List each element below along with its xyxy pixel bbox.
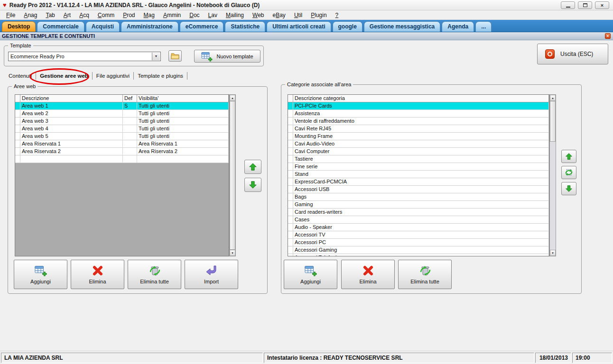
menu-item[interactable]: Comm	[93, 11, 119, 19]
table-row[interactable]: Accessori Telefonia	[288, 254, 549, 256]
table-row[interactable]: Cavi Rete RJ45	[288, 125, 549, 133]
table-row[interactable]: ExpressCard-PCMCIA	[288, 178, 549, 186]
workspace-tab[interactable]: Amministrazione	[121, 21, 178, 32]
table-row[interactable]: Cavi Computer	[288, 148, 549, 155]
menu-item[interactable]: Ammin	[159, 11, 185, 19]
column-header-def[interactable]: Def	[123, 95, 137, 102]
row-indicator	[288, 133, 293, 140]
workspace-tab[interactable]: Gestione messaggistica	[364, 21, 440, 32]
table-row[interactable]: Cases	[288, 216, 549, 224]
menu-item[interactable]: Art	[59, 11, 75, 19]
button-label: Elimina	[89, 279, 106, 284]
menu-item[interactable]: Prod	[119, 11, 139, 19]
table-row[interactable]: PCI-PCIe Cards	[288, 102, 549, 110]
table-row[interactable]: Area web 1 S Tutti gli utenti	[15, 102, 229, 110]
categorie-scrollbar[interactable]: ▲ ▼	[549, 94, 556, 256]
workspace-tab[interactable]: Agenda	[442, 21, 474, 32]
table-row[interactable]: Mounting Frame	[288, 133, 549, 140]
panel-close-button[interactable]: ×	[605, 33, 611, 39]
table-row[interactable]: Accessori USB	[288, 186, 549, 193]
workspace-tab[interactable]: Desktop	[2, 21, 36, 32]
table-row[interactable]: Assistenza	[288, 110, 549, 118]
template-groupbox: Template Ecommerce Ready Pro ▼ Nuovo tem…	[4, 46, 264, 66]
table-row[interactable]: Stand	[288, 171, 549, 178]
scroll-down-button[interactable]: ▼	[230, 250, 235, 256]
category-up-button[interactable]	[561, 150, 576, 163]
menu-item[interactable]: Mailing	[222, 11, 248, 19]
aree-import-button[interactable]: Import	[185, 260, 238, 289]
workspace-tab[interactable]: ...	[475, 21, 492, 32]
menu-item[interactable]: ?	[331, 11, 343, 19]
template-select[interactable]: Ecommerce Ready Pro ▼	[8, 52, 161, 61]
scroll-track[interactable]	[550, 142, 556, 250]
table-row[interactable]: Tastiere	[288, 155, 549, 163]
workspace-tab[interactable]: Commerciale	[37, 21, 84, 32]
category-refresh-button[interactable]	[561, 166, 576, 179]
workspace-tab[interactable]: eCommerce	[180, 21, 224, 32]
table-row[interactable]	[15, 155, 229, 163]
menu-item[interactable]: Lav	[204, 11, 222, 19]
aree-web-scrollbar[interactable]: ▲ ▼	[229, 94, 236, 256]
table-row[interactable]: Cavi Audio-Video	[288, 140, 549, 148]
categorie-elimina-button[interactable]: Elimina	[341, 260, 395, 289]
close-button[interactable]: ×	[595, 1, 609, 9]
menu-item[interactable]: Mag	[139, 11, 159, 19]
menu-item[interactable]: Plugin	[306, 11, 331, 19]
table-row[interactable]: Accessori Gaming	[288, 246, 549, 254]
aree-elimina-tutte-button[interactable]: Elimina tutte	[128, 260, 181, 289]
table-row[interactable]: Ventole di raffreddamento	[288, 118, 549, 125]
table-row[interactable]: Area web 3 Tutti gli utenti	[15, 118, 229, 125]
tab-item[interactable]: File aggiuntivi	[93, 72, 134, 80]
row-indicator	[288, 171, 293, 178]
nuovo-template-button[interactable]: Nuovo template	[194, 50, 260, 63]
menu-item[interactable]: Anag	[19, 11, 41, 19]
scroll-up-button[interactable]: ▲	[230, 95, 235, 101]
table-row[interactable]: Area web 5 Tutti gli utenti	[15, 133, 229, 140]
table-row[interactable]: Area Riservata 1 Area Riservata 1	[15, 140, 229, 148]
category-down-button[interactable]	[561, 182, 576, 195]
restore-button[interactable]	[578, 1, 592, 9]
scroll-thumb[interactable]	[230, 101, 235, 250]
table-row[interactable]: Area web 4 Tutti gli utenti	[15, 125, 229, 133]
workspace-tab[interactable]: Acquisti	[86, 21, 120, 32]
table-row[interactable]: Area Riservata 2 Area Riservata 2	[15, 148, 229, 155]
open-template-folder-button[interactable]	[168, 50, 182, 62]
table-row[interactable]: Bags	[288, 193, 549, 201]
move-up-button[interactable]	[244, 160, 261, 174]
chevron-down-icon[interactable]: ▼	[152, 53, 160, 60]
tab-item[interactable]: Template e plugins	[134, 72, 187, 80]
menu-item[interactable]: File	[2, 11, 19, 19]
menu-item[interactable]: Doc	[185, 11, 204, 19]
menu-item[interactable]: Acq	[75, 11, 93, 19]
aree-web-table-header: Descrizione Def Visibilita'	[15, 95, 229, 102]
menu-item[interactable]: Tab	[41, 11, 59, 19]
column-header-visibilita[interactable]: Visibilita'	[137, 95, 229, 102]
categorie-elimina-tutte-button[interactable]: Elimina tutte	[398, 260, 452, 289]
table-row[interactable]: Accessori TV	[288, 231, 549, 239]
table-row[interactable]: Fine serie	[288, 163, 549, 171]
row-indicator	[288, 193, 293, 200]
minimize-button[interactable]	[561, 1, 575, 9]
menu-item[interactable]: Web	[248, 11, 268, 19]
table-row[interactable]: Accessori PC	[288, 239, 549, 246]
aree-elimina-button[interactable]: Elimina	[71, 260, 124, 289]
workspace-tab[interactable]: Ultimi articoli creati	[267, 21, 331, 32]
table-row[interactable]: Area web 2 Tutti gli utenti	[15, 110, 229, 118]
column-header-descrizione-categoria[interactable]: Descrizione categoria	[293, 95, 549, 102]
table-row[interactable]: Card readers-writers	[288, 209, 549, 216]
menu-item[interactable]: Util	[290, 11, 306, 19]
statusbar: LA MIA AZIENDA SRL Intestatario licenza …	[0, 351, 613, 364]
scroll-down-button[interactable]: ▼	[550, 250, 556, 256]
uscita-button[interactable]: Uscita (ESC)	[537, 44, 608, 64]
scroll-thumb[interactable]	[550, 101, 556, 142]
scroll-up-button[interactable]: ▲	[550, 95, 556, 101]
menu-item[interactable]: eBay	[268, 11, 289, 19]
workspace-tab[interactable]: Statistiche	[225, 21, 265, 32]
categorie-aggiungi-button[interactable]: Aggiungi	[284, 260, 337, 289]
move-down-button[interactable]	[244, 178, 261, 192]
aree-aggiungi-button[interactable]: Aggiungi	[14, 260, 67, 289]
table-row[interactable]: Audio - Speaker	[288, 224, 549, 231]
workspace-tab[interactable]: google	[333, 21, 362, 32]
column-header-descrizione[interactable]: Descrizione	[20, 95, 123, 102]
table-row[interactable]: Gaming	[288, 201, 549, 209]
